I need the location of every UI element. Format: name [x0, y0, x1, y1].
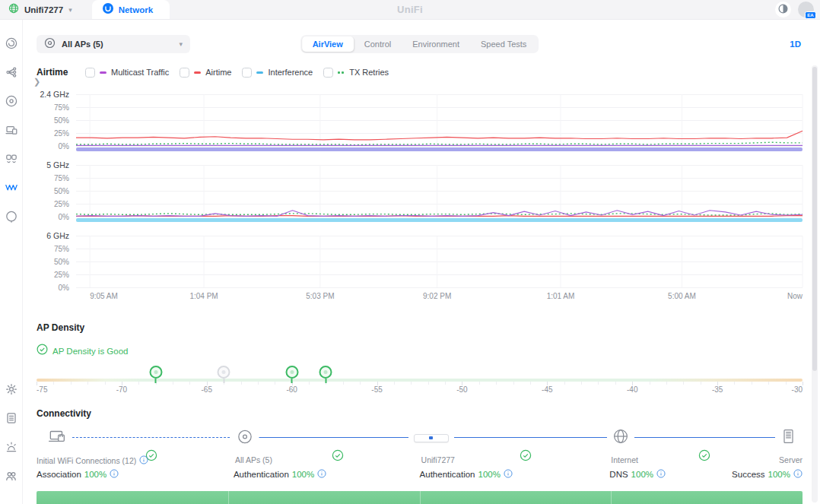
legend-checkbox[interactable] — [242, 68, 252, 78]
sidebar-item-dashboard[interactable] — [5, 36, 18, 50]
avatar[interactable]: EA — [798, 2, 814, 17]
sidebar-item-settings[interactable] — [5, 382, 18, 396]
airtime-header: ❯ Airtime Multicast TrafficAirtimeInterf… — [37, 67, 803, 78]
legend-checkbox[interactable] — [323, 68, 333, 78]
y-axis-tick: 50% — [54, 258, 69, 266]
chevron-down-icon: ▾ — [68, 6, 72, 14]
info-icon[interactable] — [317, 469, 326, 480]
sidebar-item-networks[interactable] — [5, 152, 18, 166]
density-scale-label: -45 — [542, 385, 552, 394]
avatar-badge: EA — [805, 11, 816, 19]
band-label: 6 GHz — [46, 231, 69, 240]
legend-item-interference[interactable]: Interference — [242, 68, 313, 78]
legend-label: Airtime — [205, 68, 231, 77]
chart-band-5-ghz: 5 GHz75%50%25%0% — [37, 165, 803, 217]
tab-network[interactable]: Network — [92, 0, 170, 19]
ap-density-marker[interactable] — [149, 366, 162, 383]
connectivity-metric-authentication: Authentication100% — [420, 469, 513, 480]
chart-band-2-4-ghz: 2.4 GHz75%50%25%0% — [37, 94, 803, 146]
y-axis-tick: 25% — [54, 200, 69, 208]
sidebar-item-insights[interactable] — [5, 181, 18, 195]
tab-control[interactable]: Control — [354, 36, 402, 52]
connectivity-link — [245, 437, 431, 438]
legend-checkbox[interactable] — [180, 68, 189, 78]
sidebar-item-unifi-devices[interactable] — [5, 94, 18, 108]
ap-density-status-text: AP Density is Good — [52, 347, 129, 356]
page-scrollbar[interactable] — [812, 65, 818, 502]
link-check-icon — [520, 449, 532, 464]
utilization-strip — [76, 218, 803, 222]
scrollbar-thumb[interactable] — [812, 67, 817, 371]
sidebar-item-wifiman[interactable] — [5, 210, 18, 223]
density-scale-label: -60 — [286, 385, 297, 394]
node-label: Internet — [611, 455, 638, 464]
airtime-section-title: Airtime — [37, 67, 73, 78]
collapse-chevron-icon[interactable]: ❯ — [33, 77, 40, 87]
sidebar-item-admins[interactable] — [5, 469, 18, 483]
density-scale-label: -70 — [116, 385, 127, 394]
connectivity-link — [57, 437, 245, 438]
sidebar-item-system-log[interactable] — [5, 411, 18, 425]
info-icon[interactable] — [793, 469, 803, 480]
utilization-strip — [76, 147, 803, 151]
airtime-chart: 2.4 GHz75%50%25%0%5 GHz75%50%25%0%6 GHz7… — [37, 94, 803, 287]
connectivity-title: Connectivity — [37, 408, 803, 419]
laptop-node[interactable] — [42, 426, 72, 449]
ap-selector-dropdown[interactable]: All APs (5) ▾ — [37, 35, 190, 53]
globe-icon — [612, 428, 629, 448]
y-axis-tick: 0% — [59, 213, 69, 221]
theme-toggle-button[interactable] — [775, 2, 791, 17]
laptop-icon — [47, 428, 67, 448]
chevron-down-icon: ▾ — [179, 40, 183, 48]
y-axis-tick: 50% — [54, 187, 69, 195]
connectivity-diagram — [37, 426, 803, 449]
tab-airview[interactable]: AirView — [302, 36, 354, 52]
x-axis-tick: Now — [787, 292, 803, 300]
sidebar-item-notifications[interactable] — [5, 440, 18, 454]
network-app-icon — [103, 3, 113, 17]
legend-item-airtime[interactable]: Airtime — [180, 68, 231, 78]
info-icon[interactable] — [656, 469, 666, 480]
legend-color-swatch — [100, 71, 106, 74]
connectivity-link — [431, 437, 621, 438]
main-content: All APs (5) ▾ AirViewControlEnvironmentS… — [23, 20, 820, 504]
ap-node[interactable] — [230, 426, 259, 449]
connectivity-metric-association: Association100% — [37, 469, 119, 480]
info-icon[interactable] — [504, 469, 513, 480]
x-axis-tick: 1:01 AM — [547, 292, 575, 300]
globe-site-icon — [8, 3, 19, 17]
connectivity-metric-authentication: Authentication100% — [234, 469, 326, 480]
legend-checkbox[interactable] — [85, 68, 95, 78]
server-node[interactable] — [775, 426, 801, 449]
ap-selector-value: All APs (5) — [62, 40, 173, 49]
ap-density-marker[interactable] — [319, 366, 332, 383]
y-axis-tick: 25% — [54, 271, 69, 279]
legend-label: Interference — [268, 68, 313, 77]
legend-item-tx-retries[interactable]: TX Retries — [323, 68, 389, 78]
ap-density-marker[interactable] — [218, 366, 230, 383]
x-axis-tick: 5:03 PM — [306, 292, 334, 300]
connectivity-metric-success: Success100% — [732, 469, 803, 480]
airtime-legend: Multicast TrafficAirtimeInterferenceTX R… — [85, 68, 389, 78]
ap-density-status: AP Density is Good — [37, 344, 803, 358]
globe-node[interactable] — [607, 426, 634, 449]
sidebar-item-clients[interactable] — [5, 123, 18, 137]
node-label: Unifi7277 — [421, 455, 455, 464]
gateway-node[interactable] — [408, 426, 454, 449]
top-header: Unifi7277 ▾ Network UniFi EA — [0, 0, 820, 20]
site-switcher[interactable]: Unifi7277 ▾ — [0, 0, 81, 19]
legend-item-multicast-traffic[interactable]: Multicast Traffic — [85, 68, 169, 78]
server-icon — [780, 428, 796, 448]
sidebar-item-topology[interactable] — [5, 65, 18, 79]
node-label: All APs (5) — [235, 455, 272, 464]
link-check-icon — [698, 449, 710, 464]
tab-speed-tests[interactable]: Speed Tests — [470, 36, 537, 52]
info-icon[interactable] — [110, 469, 119, 480]
ap-density-marker[interactable] — [285, 366, 298, 383]
connectivity-labels-row: Initial WiFi Connections (12)All APs (5)… — [37, 449, 803, 468]
info-icon[interactable] — [139, 455, 148, 466]
band-label: 5 GHz — [46, 160, 69, 170]
time-range-button[interactable]: 1D — [790, 40, 801, 49]
tab-environment[interactable]: Environment — [402, 36, 470, 52]
y-axis-tick: 0% — [59, 142, 69, 151]
